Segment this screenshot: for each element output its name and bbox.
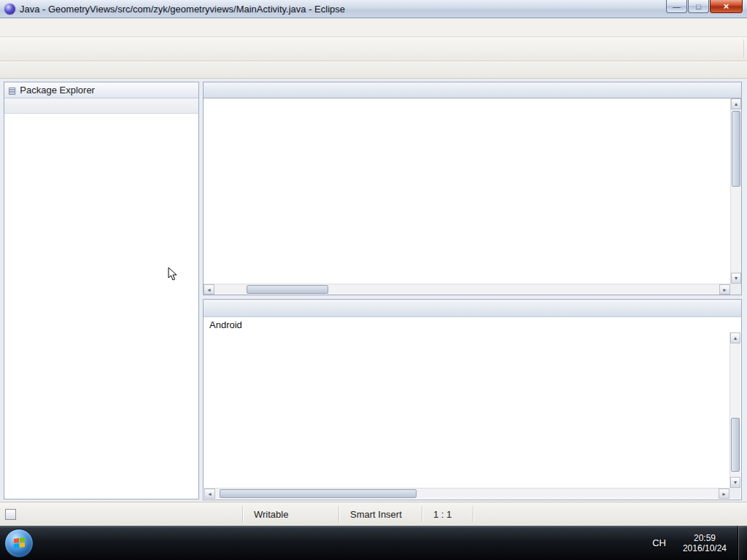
scroll-left-arrow[interactable]: ◂ [204, 489, 215, 499]
scrollbar-corner [730, 284, 741, 295]
scroll-up-arrow[interactable]: ▴ [730, 332, 740, 343]
main-toolbar [0, 37, 747, 61]
close-button[interactable]: × [710, 0, 743, 13]
scroll-up-arrow[interactable]: ▴ [731, 98, 741, 109]
console-tab-bar [204, 300, 741, 317]
system-tray: CH 20:59 2016/10/24 [652, 526, 747, 560]
title-bar[interactable]: Java - GeometryViews/src/com/zyk/geometr… [0, 0, 747, 18]
scrollbar-thumb[interactable] [220, 489, 417, 498]
scroll-left-arrow[interactable]: ◂ [204, 284, 214, 295]
eclipse-logo-icon [4, 4, 15, 15]
package-explorer-title: Package Explorer [20, 85, 95, 96]
scroll-down-arrow[interactable]: ▾ [731, 273, 741, 284]
editor-tab-bar [203, 82, 742, 98]
scrollbar-track[interactable] [730, 343, 740, 477]
status-bar: Writable Smart Insert 1 : 1 [0, 502, 747, 526]
status-separator [242, 506, 244, 522]
fast-view-icon[interactable] [5, 509, 16, 520]
scrollbar-track[interactable] [215, 489, 719, 499]
insert-mode-status: Smart Insert [350, 509, 402, 520]
editor-horizontal-scrollbar[interactable]: ◂ ▸ [204, 284, 730, 295]
eclipse-window: Java - GeometryViews/src/com/zyk/geometr… [0, 0, 747, 560]
caret-position: 1 : 1 [433, 509, 452, 520]
editor-vertical-scrollbar[interactable]: ▴ ▾ [730, 98, 741, 284]
menu-bar [0, 18, 747, 37]
console-horizontal-scrollbar[interactable]: ◂ ▸ [204, 488, 729, 499]
scroll-right-arrow[interactable]: ▸ [719, 489, 729, 499]
console-vertical-scrollbar[interactable]: ▴ ▾ [729, 332, 740, 488]
secondary-toolbar [0, 61, 747, 79]
scrollbar-corner [729, 488, 740, 499]
console-name: Android [204, 317, 741, 332]
scrollbar-thumb[interactable] [731, 418, 740, 471]
scroll-right-arrow[interactable]: ▸ [719, 284, 730, 295]
package-explorer-header[interactable]: ▤ Package Explorer [4, 82, 198, 98]
taskbar: CH 20:59 2016/10/24 [0, 526, 747, 560]
package-explorer-icon: ▤ [8, 85, 16, 96]
scrollbar-thumb[interactable] [247, 285, 328, 294]
clock-date: 2016/10/24 [683, 543, 727, 553]
scrollbar-thumb[interactable] [732, 111, 740, 187]
console-log[interactable] [204, 332, 729, 488]
minimize-button[interactable]: — [666, 0, 687, 13]
mouse-cursor [168, 267, 177, 281]
code-editor[interactable]: ▴ ▾ ◂ ▸ [203, 98, 742, 295]
start-button[interactable] [4, 529, 34, 558]
show-desktop-button[interactable] [738, 526, 747, 560]
status-separator [422, 506, 423, 522]
scroll-down-arrow[interactable]: ▾ [730, 477, 740, 488]
code-lines[interactable] [204, 99, 729, 283]
window-controls: —□× [666, 0, 743, 13]
scrollbar-track[interactable] [731, 109, 741, 273]
clock-time: 20:59 [683, 533, 727, 543]
project-tree [4, 114, 198, 499]
taskbar-clock[interactable]: 20:59 2016/10/24 [678, 533, 732, 553]
maximize-button[interactable]: □ [688, 0, 709, 13]
ime-language-indicator[interactable]: CH [652, 537, 666, 548]
status-separator [338, 506, 340, 522]
status-separator [473, 506, 474, 522]
scrollbar-track[interactable] [214, 284, 719, 295]
console-view: Android ▴ ▾ ◂ ▸ [203, 299, 742, 500]
editor-area: ▴ ▾ ◂ ▸ [203, 82, 742, 295]
package-explorer-view: ▤ Package Explorer [4, 82, 199, 499]
perspective-switcher [743, 39, 747, 58]
windows-flag-icon [14, 537, 25, 548]
window-title: Java - GeometryViews/src/com/zyk/geometr… [20, 4, 345, 15]
writable-status: Writable [254, 509, 288, 520]
workbench: ▤ Package Explorer ▴ ▾ ◂ ▸ [0, 79, 747, 502]
package-explorer-toolbar [4, 98, 198, 114]
